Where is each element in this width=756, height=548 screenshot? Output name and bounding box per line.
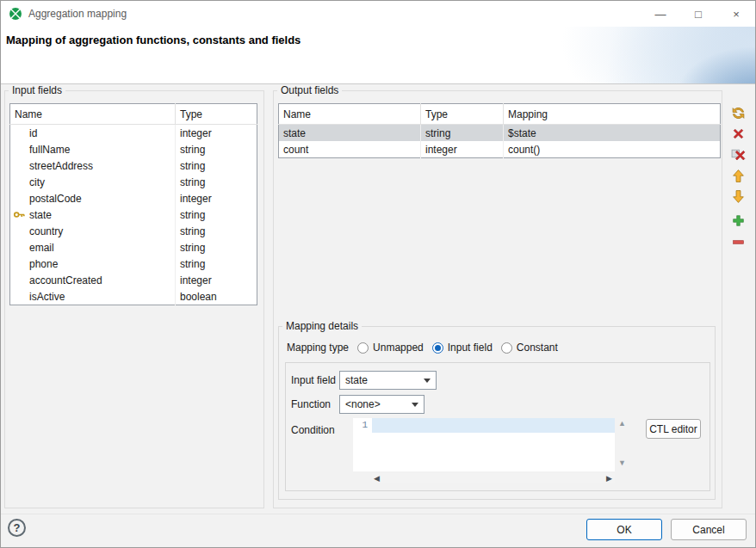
cancel-mapping-button[interactable] [731,126,747,142]
table-row[interactable]: accountCreated integer [10,272,257,288]
field-name-cell: id [10,125,176,142]
radio-label: Input field [448,342,493,354]
auto-map-button[interactable] [731,106,747,121]
field-type-cell: integer [176,125,257,142]
radio-constant[interactable]: Constant [501,342,558,354]
table-row[interactable]: country string [10,223,257,239]
field-type-cell: integer [421,141,504,158]
remove-field-icon [731,235,746,249]
footer-separator [1,514,755,514]
add-field-button[interactable] [731,213,747,229]
field-type-cell: string [176,223,257,239]
radio-input-field[interactable]: Input field [432,342,493,354]
column-header-name[interactable]: Name [10,104,176,125]
move-down-icon [731,189,746,204]
line-number-gutter: 1 [353,418,372,471]
window-controls: — □ × [641,1,755,27]
input-fields-table: Name Type id integer fullName string str… [9,103,257,305]
close-icon: × [733,8,740,21]
field-name-cell: count [279,141,421,158]
table-row[interactable]: streetAddress string [10,157,257,174]
table-row[interactable]: email string [10,239,257,256]
dialog-header: Mapping of aggregation functions, consta… [1,27,755,83]
function-label: Function [291,398,331,410]
condition-editor[interactable]: 1 [353,418,615,471]
minimize-button[interactable]: — [641,1,679,27]
field-type-cell: string [421,125,504,142]
field-name-cell: city [10,174,176,190]
field-name-cell: accountCreated [10,272,176,288]
output-fields-table: Name Type Mapping state string $state co… [278,103,721,158]
scroll-up-icon[interactable]: ▲ [618,420,626,428]
table-row[interactable]: id integer [10,125,257,142]
input-field-label: Input field [291,374,336,386]
move-up-button[interactable] [731,169,747,184]
ctl-editor-button[interactable]: CTL editor [646,419,701,439]
column-header-mapping[interactable]: Mapping [504,104,721,125]
scroll-right-icon[interactable]: ▶ [606,475,612,483]
field-name-cell: email [10,239,176,256]
combobox-value: state [345,374,368,386]
field-type-cell: string [176,157,257,174]
help-button[interactable]: ? [8,519,26,537]
scroll-left-icon[interactable]: ◀ [374,475,380,483]
maximize-button[interactable]: □ [679,1,717,27]
field-name-cell: phone [10,256,176,272]
move-down-button[interactable] [731,189,747,205]
column-header-type[interactable]: Type [176,104,257,125]
close-button[interactable]: × [717,1,755,27]
field-name-cell: streetAddress [10,157,176,174]
table-row[interactable]: postalCode integer [10,190,257,206]
table-row[interactable]: isActive boolean [10,288,257,305]
function-combobox[interactable]: <none> [339,395,424,414]
field-type-cell: string [176,206,257,223]
field-mapping-cell: count() [504,141,721,158]
question-icon: ? [14,521,21,534]
table-row[interactable]: state string [10,206,257,223]
cancel-all-mappings-button[interactable] [731,146,747,162]
maximize-icon: □ [695,8,702,21]
radio-label: Constant [517,342,558,354]
mapping-details-box: Input field state Function <none> Condit… [285,362,710,491]
scroll-down-icon[interactable]: ▼ [618,459,626,467]
table-row[interactable]: state string $state [279,125,721,142]
field-type-cell: integer [176,272,257,288]
condition-label: Condition [291,424,335,436]
radio-icon [432,342,443,354]
chevron-down-icon [424,379,431,383]
cancel-mapping-icon [731,126,746,141]
input-fields-label: Input fields [9,84,65,96]
mapping-details-label: Mapping details [282,320,362,332]
dialog-heading: Mapping of aggregation functions, consta… [6,34,301,46]
table-row[interactable]: city string [10,174,257,190]
remove-field-button[interactable] [731,235,747,250]
table-row[interactable]: phone string [10,256,257,272]
field-type-cell: string [176,174,257,190]
column-header-name[interactable]: Name [279,104,421,125]
table-header-row: Name Type [10,104,257,125]
field-name-cell: isActive [10,288,176,305]
field-type-cell: string [176,141,257,157]
field-type-cell: integer [176,190,257,206]
move-up-icon [731,169,746,183]
table-row[interactable]: count integer count() [279,141,721,158]
input-field-combobox[interactable]: state [339,371,437,390]
horizontal-scrollbar[interactable] [372,473,615,483]
output-fields-label: Output fields [277,84,342,96]
mapping-type-label: Mapping type [287,342,349,354]
radio-unmapped[interactable]: Unmapped [357,342,424,354]
ok-button[interactable]: OK [586,519,662,540]
window-title: Aggregation mapping [28,8,127,20]
cancel-all-mappings-icon [731,146,746,161]
table-row[interactable]: fullName string [10,141,257,157]
field-name-text: state [29,209,52,221]
header-gradient [462,27,755,83]
cancel-button[interactable]: Cancel [671,519,747,540]
field-type-cell: string [176,239,257,256]
add-field-icon [731,213,746,228]
column-header-type[interactable]: Type [421,104,504,125]
auto-map-icon [731,106,746,120]
field-type-cell: string [176,256,257,272]
field-mapping-cell: $state [504,125,721,142]
mapping-type-row: Mapping type Unmapped Input field Consta… [287,341,558,354]
